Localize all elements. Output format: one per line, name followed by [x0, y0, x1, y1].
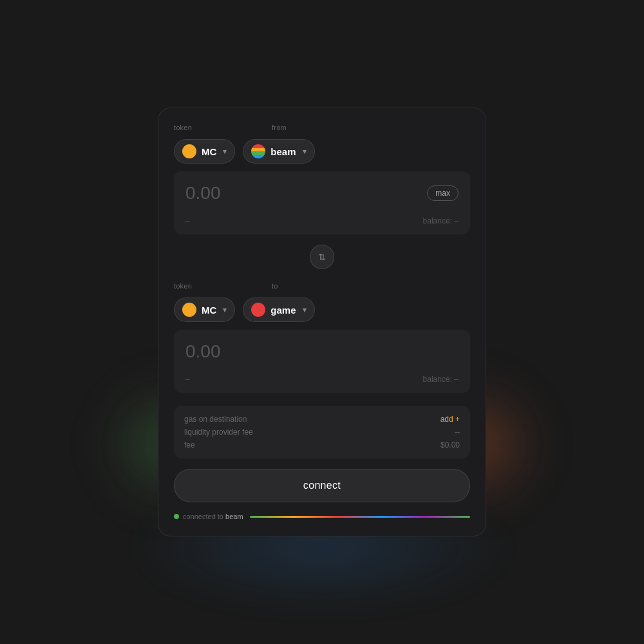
- token-from-chevron: ▾: [223, 147, 227, 156]
- swap-container: ⇅: [174, 245, 470, 269]
- to-labels-row: token to: [174, 282, 470, 295]
- mc-icon-from: [182, 144, 196, 158]
- mc-icon-to: [182, 303, 196, 317]
- network-from-name: beam: [270, 146, 296, 157]
- token-to-chevron: ▾: [223, 306, 227, 314]
- liquidity-fee-row: liquidity provider fee --: [184, 428, 460, 437]
- main-card: token from MC ▾ beam ▾ 0.00 max: [158, 108, 486, 536]
- to-balance: balance: –: [423, 375, 459, 384]
- from-balance: balance: –: [423, 216, 459, 225]
- to-selector-row: MC ▾ game ▾: [174, 298, 470, 322]
- swap-icon: ⇅: [318, 252, 326, 262]
- fee-row: fee $0.00: [184, 440, 460, 450]
- gas-add-button[interactable]: add +: [440, 415, 460, 424]
- network-to-name: game: [270, 305, 296, 316]
- from-amount-value: 0.00: [185, 183, 221, 204]
- game-icon: [251, 303, 265, 317]
- to-label: to: [272, 282, 278, 290]
- token-to-name: MC: [202, 305, 216, 316]
- gas-fee-row: gas on destination add +: [184, 415, 460, 424]
- fee-value: $0.00: [440, 440, 460, 450]
- from-labels-row: token from: [174, 124, 470, 137]
- fees-box: gas on destination add + liquidity provi…: [174, 406, 470, 459]
- token-to-selector[interactable]: MC ▾: [174, 298, 235, 322]
- from-amount-box: 0.00 max – balance: –: [174, 171, 470, 234]
- from-label: from: [272, 124, 287, 131]
- from-amount-bottom: – balance: –: [185, 216, 459, 225]
- max-button[interactable]: max: [427, 185, 459, 201]
- network-name: beam: [225, 513, 243, 520]
- connected-prefix: connected to: [183, 513, 223, 520]
- connected-dot: [174, 514, 179, 519]
- beam-icon: [251, 144, 265, 158]
- token-from-name: MC: [202, 146, 216, 157]
- from-amount-top: 0.00 max: [185, 183, 459, 204]
- to-usd-value: –: [185, 375, 190, 384]
- from-selector-row: MC ▾ beam ▾: [174, 139, 470, 164]
- status-text: connected to beam: [183, 513, 243, 520]
- gas-label: gas on destination: [184, 415, 247, 424]
- status-bar: connected to beam: [174, 513, 470, 520]
- liquidity-label: liquidity provider fee: [184, 428, 253, 437]
- network-from-selector[interactable]: beam ▾: [243, 139, 314, 164]
- liquidity-value: --: [455, 428, 460, 437]
- to-amount-value: 0.00: [185, 341, 221, 362]
- token-label-to: token: [174, 282, 264, 290]
- network-progress-bar: [250, 516, 470, 518]
- network-to-chevron: ▾: [303, 306, 307, 314]
- connect-button[interactable]: connect: [174, 469, 470, 502]
- to-amount-box: 0.00 – balance: –: [174, 330, 470, 393]
- from-usd-value: –: [185, 216, 190, 225]
- token-from-selector[interactable]: MC ▾: [174, 139, 235, 164]
- fee-label: fee: [184, 440, 195, 450]
- to-amount-top: 0.00: [185, 341, 459, 362]
- token-label-from: token: [174, 124, 264, 131]
- swap-button[interactable]: ⇅: [310, 245, 334, 269]
- network-to-selector[interactable]: game ▾: [243, 298, 314, 322]
- network-from-chevron: ▾: [303, 147, 307, 156]
- to-amount-bottom: – balance: –: [185, 375, 459, 384]
